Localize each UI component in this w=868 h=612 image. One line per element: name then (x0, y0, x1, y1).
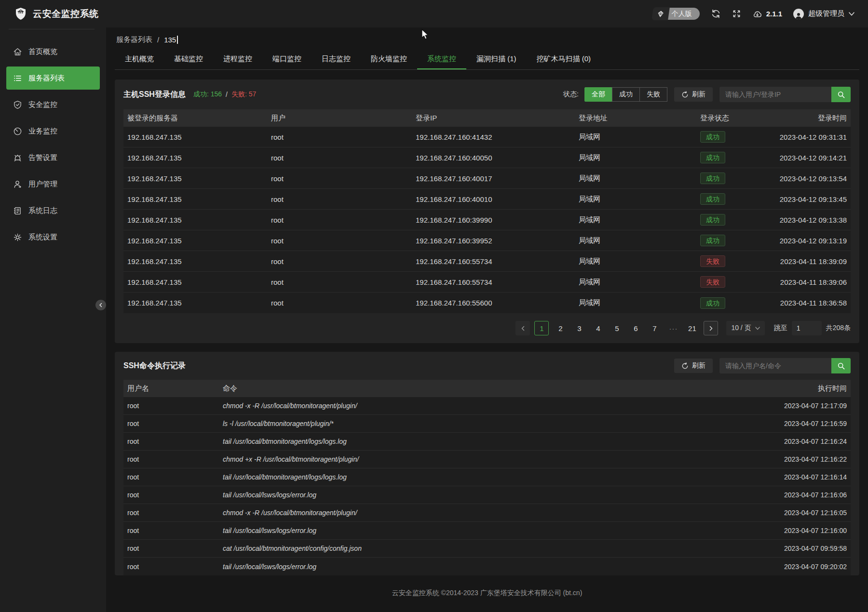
cell-server: 192.168.247.135 (127, 216, 271, 224)
cell-command: tail /usr/local/lsws/logs/error.log (223, 491, 712, 499)
journal-icon (13, 206, 22, 215)
cell-login-ip: 192.168.247.160:55600 (416, 299, 579, 307)
breadcrumb-root[interactable]: 服务器列表 (116, 35, 152, 44)
cell-time: 2023-04-11 18:36:58 (776, 299, 847, 307)
alarm-bell-icon (13, 153, 22, 162)
page-number[interactable]: 1 (534, 321, 549, 335)
cell-login-ip: 192.168.247.160:40010 (416, 195, 579, 203)
gear-icon (13, 233, 22, 242)
sidebar-item-system-settings[interactable]: 系统设置 (6, 226, 100, 249)
sidebar-item-business-monitor[interactable]: 业务监控 (6, 120, 100, 143)
page-number[interactable]: 5 (610, 321, 624, 335)
tab-process-monitor[interactable]: 进程监控 (213, 50, 262, 69)
cell-user: root (271, 174, 416, 183)
tab-basic-monitor[interactable]: 基础监控 (164, 50, 213, 69)
tab-system-monitor[interactable]: 系统监控 (417, 50, 466, 69)
page-number[interactable]: 2 (553, 321, 568, 335)
sidebar-item-security-monitor[interactable]: 安全监控 (6, 93, 100, 116)
app-title: 云安全监控系统 (33, 8, 99, 20)
tab-port-monitor[interactable]: 端口监控 (262, 50, 312, 69)
login-table-row: 192.168.247.135 root 192.168.247.160:556… (123, 293, 851, 313)
login-table-row: 192.168.247.135 root 192.168.247.160:399… (123, 230, 851, 251)
refresh-icon (681, 91, 689, 98)
edition-badge-label: 个人版 (667, 8, 700, 20)
login-refresh-button[interactable]: 刷新 (674, 87, 713, 102)
page-size-select[interactable]: 10 / 页 (726, 321, 764, 335)
cell-time: 2023-04-12 09:13:19 (776, 237, 847, 245)
cell-time: 2023-04-12 09:13:38 (776, 216, 847, 224)
tab-host-overview[interactable]: 主机概览 (115, 50, 164, 69)
breadcrumb-current[interactable]: 135 (164, 36, 178, 44)
status-badge: 成功 (700, 131, 725, 143)
pagination-next-button[interactable] (704, 321, 718, 335)
ssh-login-panel: 主机SSH登录信息 成功: 156 / 失败: 57 状态: 全部 成功 失败 (115, 80, 859, 343)
ssh-login-title: 主机SSH登录信息 (123, 90, 186, 100)
cmd-table-row: root tail /usr/local/lsws/logs/error.log… (123, 486, 851, 504)
sidebar-item-label: 服务器列表 (28, 74, 65, 83)
status-filter-success[interactable]: 成功 (612, 87, 640, 102)
cmd-search-input[interactable] (719, 358, 831, 373)
tab-vuln-scan[interactable]: 漏洞扫描 (1) (466, 50, 527, 69)
cmd-search-button[interactable] (831, 358, 851, 373)
sidebar-item-alert-settings[interactable]: 告警设置 (6, 146, 100, 169)
magnifier-icon (837, 362, 845, 370)
cell-login-ip: 192.168.247.160:40050 (416, 154, 579, 162)
cell-user: root (271, 257, 416, 266)
sidebar-collapse-button[interactable] (95, 300, 106, 310)
page-number[interactable]: 21 (685, 321, 699, 335)
login-table-row: 192.168.247.135 root 192.168.247.160:414… (123, 127, 851, 147)
edition-badge[interactable]: 个人版 (652, 7, 700, 20)
login-search (719, 87, 851, 102)
sidebar-item-home-overview[interactable]: 首页概览 (6, 40, 100, 63)
col-server: 被登录的服务器 (127, 114, 271, 123)
user-menu[interactable]: 超级管理员 (793, 9, 854, 19)
login-search-button[interactable] (831, 87, 851, 102)
sidebar-item-server-list[interactable]: 服务器列表 (6, 67, 100, 90)
page-number[interactable]: ··· (666, 321, 680, 335)
page-number[interactable]: 6 (628, 321, 643, 335)
sidebar-item-user-management[interactable]: 用户管理 (6, 173, 100, 196)
cloud-download-icon (752, 10, 762, 18)
cell-command: chmod -x -R /usr/local/btmonitoragent/pl… (223, 402, 712, 410)
cmd-refresh-button[interactable]: 刷新 (674, 359, 713, 373)
status-badge: 成功 (700, 235, 725, 246)
fullscreen-icon (732, 9, 741, 18)
cell-exec-time: 2023-04-07 12:16:00 (712, 527, 847, 534)
cell-server: 192.168.247.135 (127, 174, 271, 183)
page-number[interactable]: 3 (572, 321, 586, 335)
cell-time: 2023-04-12 09:14:21 (776, 154, 847, 162)
sidebar-item-system-logs[interactable]: 系统日志 (6, 199, 100, 222)
cell-location: 局域网 (579, 278, 700, 287)
tab-firewall-monitor[interactable]: 防火墙监控 (361, 50, 417, 69)
cmd-table-row: root chmod -x -R /usr/local/btmonitorage… (123, 397, 851, 415)
tab-bar: 主机概览 基础监控 进程监控 端口监控 日志监控 防火墙监控 系统监控 漏洞扫描… (115, 50, 859, 70)
chevron-left-icon (521, 326, 525, 331)
sidebar-item-label: 首页概览 (28, 47, 57, 56)
version-indicator[interactable]: 2.1.1 (752, 10, 782, 18)
page-number[interactable]: 4 (591, 321, 605, 335)
cell-exec-time: 2023-04-07 12:17:09 (712, 402, 847, 410)
status-filter-all[interactable]: 全部 (584, 87, 612, 102)
tab-mining-trojan-scan[interactable]: 挖矿木马扫描 (0) (527, 50, 601, 69)
login-search-input[interactable] (719, 87, 831, 102)
cell-location: 局域网 (579, 215, 700, 225)
cmd-table-row: root chmod +x -R /usr/local/btmonitorage… (123, 451, 851, 468)
cmd-table-row: root ls -l /usr/local/btmonitoragent/plu… (123, 415, 851, 433)
header-controls: 个人版 2.1. (652, 7, 868, 20)
avatar (793, 9, 804, 19)
pagination-prev-button[interactable] (515, 321, 530, 335)
cell-user: root (271, 195, 416, 203)
jump-page-input[interactable] (792, 321, 822, 335)
fullscreen-button[interactable] (732, 9, 741, 18)
tab-log-monitor[interactable]: 日志监控 (312, 50, 361, 69)
cell-location: 局域网 (579, 236, 700, 245)
page-number[interactable]: 7 (647, 321, 662, 335)
cell-command: chmod -x -R /usr/local/btmonitoragent/pl… (223, 509, 712, 517)
pagination: 1 2 3 4 5 6 7 ··· (123, 313, 851, 343)
sync-refresh-button[interactable] (711, 9, 721, 19)
cell-exec-time: 2023-04-07 12:16:24 (712, 438, 847, 445)
cell-command: tail /usr/local/lsws/logs/error.log (223, 527, 712, 534)
magnifier-icon (837, 91, 845, 99)
status-filter-fail[interactable]: 失败 (639, 87, 667, 102)
cell-exec-time: 2023-04-07 09:20:02 (712, 563, 847, 571)
